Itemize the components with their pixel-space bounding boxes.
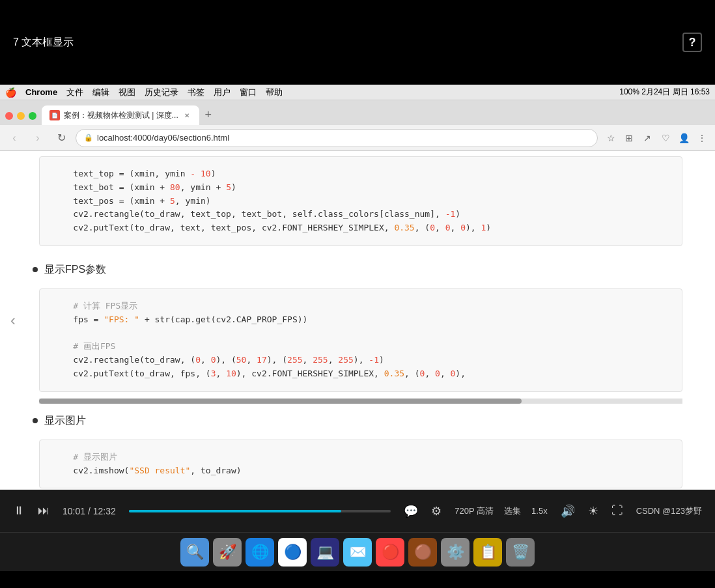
code-line: text_bot = (xmin + 80, ymin + 5) bbox=[53, 181, 669, 195]
dock-app2[interactable]: 🟤 bbox=[408, 538, 437, 567]
maximize-button[interactable] bbox=[29, 112, 36, 120]
url-bar[interactable]: 🔒 localhost:4000/day06/section6.html bbox=[76, 129, 598, 147]
next-button[interactable]: ⏭ bbox=[38, 504, 49, 518]
code-line-empty bbox=[53, 327, 669, 341]
active-tab[interactable]: 📄 案例：视频物体检测测试 | 深度... ✕ bbox=[42, 105, 199, 125]
webpage: ‹ text_top = (xmin, ymin - 10) text_bot … bbox=[0, 151, 715, 490]
menu-bar: 🍎 Chrome 文件 编辑 视图 历史记录 书签 用户 窗口 帮助 100% … bbox=[0, 85, 715, 100]
video-time: 10:01 / 12:32 bbox=[63, 506, 116, 516]
volume-button[interactable]: 🔊 bbox=[561, 504, 575, 518]
fullscreen-button[interactable]: ⛶ bbox=[611, 504, 623, 518]
video-options: 720P 高清 选集 1.5x bbox=[455, 505, 547, 517]
tab-bar: 📄 案例：视频物体检测测试 | 深度... ✕ + bbox=[0, 100, 715, 125]
chrome-menu[interactable]: Chrome bbox=[25, 87, 57, 97]
window-menu[interactable]: 窗口 bbox=[240, 87, 257, 98]
code-block-2: # 计算 FPS显示 fps = "FPS: " + str(cap.get(c… bbox=[39, 288, 682, 392]
bullet-image: 显示图片 bbox=[0, 404, 715, 433]
url-text: localhost:4000/day06/section6.html bbox=[97, 133, 229, 143]
code-block-3: # 显示图片 cv2.imshow("SSD result", to_draw) bbox=[39, 440, 682, 489]
more-icon[interactable]: ⋮ bbox=[694, 130, 710, 146]
code-comment: # 画出FPS bbox=[53, 340, 669, 354]
traffic-lights bbox=[5, 112, 42, 125]
star-icon[interactable]: ☆ bbox=[603, 130, 619, 146]
help-icon[interactable]: ? bbox=[682, 33, 702, 52]
dock-mail[interactable]: ✉️ bbox=[343, 538, 372, 567]
address-bar-actions: ☆ ⊞ ↗ ♡ 👤 ⋮ bbox=[603, 130, 710, 146]
heart-icon[interactable]: ♡ bbox=[658, 130, 673, 146]
code-line-imshow: cv2.imshow("SSD result", to_draw) bbox=[53, 464, 669, 478]
forward-button[interactable]: › bbox=[29, 129, 47, 147]
bullet-fps: 显示FPS参数 bbox=[0, 253, 715, 282]
code-line: cv2.rectangle(to_draw, (0, 0), (50, 17),… bbox=[53, 354, 669, 367]
new-tab-button[interactable]: + bbox=[199, 105, 217, 124]
apple-menu[interactable]: 🍎 bbox=[5, 87, 16, 98]
top-bar: 7 文本框显示 ? bbox=[0, 0, 715, 85]
dock-launchpad[interactable]: 🚀 bbox=[213, 538, 242, 567]
video-bar: ⏸ ⏭ 10:01 / 12:32 💬 ⚙ 720P 高清 选集 1.5x 🔊 … bbox=[0, 490, 715, 532]
code-block-1: text_top = (xmin, ymin - 10) text_bot = … bbox=[39, 156, 682, 246]
menu-bar-right: 100% 2月24日 周日 16:53 bbox=[619, 87, 710, 98]
play-pause-button[interactable]: ⏸ bbox=[13, 504, 25, 518]
content-area: ‹ text_top = (xmin, ymin - 10) text_bot … bbox=[0, 151, 715, 490]
quality-label[interactable]: 720P 高清 bbox=[455, 505, 494, 517]
address-bar: ‹ › ↻ 🔒 localhost:4000/day06/section6.ht… bbox=[0, 125, 715, 151]
dock-clipboard[interactable]: 📋 bbox=[473, 538, 502, 567]
dock-ide[interactable]: 💻 bbox=[311, 538, 339, 567]
file-menu[interactable]: 文件 bbox=[66, 87, 83, 98]
edit-menu[interactable]: 编辑 bbox=[92, 87, 109, 98]
dock: 🔍 🚀 🌐 🔵 💻 ✉️ 🔴 🟤 ⚙️ 📋 🗑️ bbox=[0, 532, 715, 571]
bullet-dot-2 bbox=[33, 418, 38, 423]
help-menu[interactable]: 帮助 bbox=[266, 87, 283, 98]
horizontal-scrollbar[interactable] bbox=[39, 399, 682, 404]
bullet-fps-text: 显示FPS参数 bbox=[44, 263, 106, 277]
code-comment: # 计算 FPS显示 bbox=[53, 300, 669, 313]
dock-chrome[interactable]: 🔵 bbox=[278, 538, 307, 567]
speed-label[interactable]: 1.5x bbox=[531, 506, 548, 516]
history-menu[interactable]: 历史记录 bbox=[145, 87, 178, 98]
close-button[interactable] bbox=[5, 112, 13, 120]
minimize-button[interactable] bbox=[17, 112, 25, 120]
bullet-comments-button[interactable]: 💬 bbox=[404, 504, 418, 518]
video-progress-fill bbox=[129, 510, 341, 512]
dock-finder[interactable]: 🔍 bbox=[180, 538, 209, 567]
code-line: cv2.putText(to_draw, fps, (3, 10), cv2.F… bbox=[53, 367, 669, 381]
playlist-label[interactable]: 选集 bbox=[504, 505, 521, 517]
brightness-button[interactable]: ☀ bbox=[588, 504, 598, 518]
code-comment-3: # 显示图片 bbox=[53, 451, 669, 464]
settings-button[interactable]: ⚙ bbox=[431, 504, 442, 518]
back-button[interactable]: ‹ bbox=[5, 129, 23, 147]
tab-close-button[interactable]: ✕ bbox=[182, 111, 191, 120]
dock-settings[interactable]: ⚙️ bbox=[441, 538, 470, 567]
lock-icon: 🔒 bbox=[84, 133, 93, 142]
top-bar-title: 7 文本框显示 bbox=[13, 36, 74, 49]
code-line: cv2.putText(to_draw, text, text_pos, cv2… bbox=[53, 221, 669, 235]
tab-favicon: 📄 bbox=[49, 110, 60, 120]
dock-trash[interactable]: 🗑️ bbox=[506, 538, 535, 567]
video-progress-bar[interactable] bbox=[129, 510, 391, 512]
bullet-image-text: 显示图片 bbox=[44, 414, 86, 428]
scrollbar-thumb[interactable] bbox=[39, 399, 522, 404]
code-line: text_pos = (xmin + 5, ymin) bbox=[53, 195, 669, 208]
slide-prev-arrow[interactable]: ‹ bbox=[0, 301, 26, 340]
bottom-area bbox=[0, 571, 715, 588]
code-line: text_top = (xmin, ymin - 10) bbox=[53, 167, 669, 181]
tab-title: 案例：视频物体检测测试 | 深度... bbox=[64, 110, 178, 121]
watermark: CSDN @123梦野 bbox=[636, 505, 702, 517]
profile-icon[interactable]: 👤 bbox=[676, 130, 692, 146]
view-menu[interactable]: 视图 bbox=[119, 87, 135, 98]
arrow-icon[interactable]: ↗ bbox=[639, 130, 655, 146]
bullet-dot bbox=[33, 267, 38, 272]
code-line: cv2.rectangle(to_draw, text_top, text_bo… bbox=[53, 208, 669, 221]
dock-safari[interactable]: 🌐 bbox=[245, 538, 274, 567]
code-line: fps = "FPS: " + str(cap.get(cv2.CAP_PROP… bbox=[53, 313, 669, 327]
reload-button[interactable]: ↻ bbox=[52, 129, 70, 147]
system-status: 100% 2月24日 周日 16:53 bbox=[619, 87, 710, 98]
grid-icon[interactable]: ⊞ bbox=[621, 130, 637, 146]
dock-app1[interactable]: 🔴 bbox=[376, 538, 404, 567]
user-menu[interactable]: 用户 bbox=[214, 87, 231, 98]
bookmarks-menu[interactable]: 书签 bbox=[188, 87, 204, 98]
